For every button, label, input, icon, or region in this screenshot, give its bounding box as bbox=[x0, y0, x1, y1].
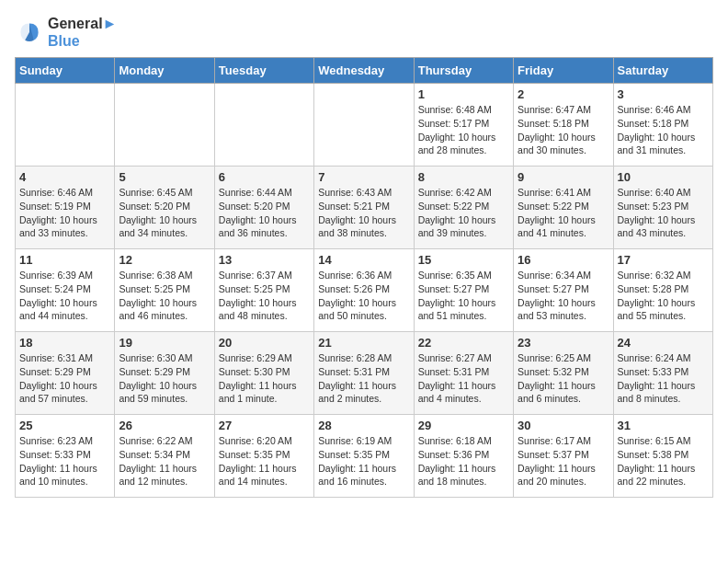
calendar-cell: 29Sunrise: 6:18 AMSunset: 5:36 PMDayligh… bbox=[414, 415, 513, 498]
day-number: 13 bbox=[219, 253, 310, 267]
day-number: 27 bbox=[219, 419, 310, 432]
day-info: Sunrise: 6:18 AMSunset: 5:36 PMDaylight:… bbox=[418, 434, 509, 488]
calendar-cell: 7Sunrise: 6:43 AMSunset: 5:21 PMDaylight… bbox=[314, 167, 414, 249]
calendar-cell: 9Sunrise: 6:41 AMSunset: 5:22 PMDaylight… bbox=[514, 167, 613, 249]
day-info: Sunrise: 6:30 AMSunset: 5:29 PMDaylight:… bbox=[119, 351, 210, 406]
day-number: 17 bbox=[618, 253, 709, 267]
day-number: 5 bbox=[119, 170, 210, 184]
day-info: Sunrise: 6:46 AMSunset: 5:19 PMDaylight:… bbox=[19, 186, 110, 240]
day-number: 28 bbox=[318, 419, 409, 432]
day-number: 3 bbox=[618, 87, 709, 101]
page-header: General► Blue bbox=[15, 15, 713, 50]
calendar-cell: 16Sunrise: 6:34 AMSunset: 5:27 PMDayligh… bbox=[514, 249, 613, 332]
calendar-cell: 4Sunrise: 6:46 AMSunset: 5:19 PMDaylight… bbox=[16, 167, 115, 249]
day-number: 2 bbox=[518, 87, 609, 101]
calendar-cell: 27Sunrise: 6:20 AMSunset: 5:35 PMDayligh… bbox=[214, 415, 313, 498]
day-info: Sunrise: 6:48 AMSunset: 5:17 PMDaylight:… bbox=[418, 103, 509, 157]
day-info: Sunrise: 6:27 AMSunset: 5:31 PMDaylight:… bbox=[418, 351, 509, 406]
calendar-cell: 25Sunrise: 6:23 AMSunset: 5:33 PMDayligh… bbox=[16, 415, 115, 498]
day-info: Sunrise: 6:15 AMSunset: 5:38 PMDaylight:… bbox=[618, 434, 709, 488]
weekday-header-thursday: Thursday bbox=[414, 58, 513, 84]
calendar-cell: 13Sunrise: 6:37 AMSunset: 5:25 PMDayligh… bbox=[214, 249, 313, 332]
logo: General► Blue bbox=[15, 15, 117, 50]
day-info: Sunrise: 6:36 AMSunset: 5:26 PMDaylight:… bbox=[318, 269, 409, 323]
logo-text: General► Blue bbox=[48, 15, 117, 50]
calendar-cell: 23Sunrise: 6:25 AMSunset: 5:32 PMDayligh… bbox=[514, 332, 613, 415]
day-number: 15 bbox=[418, 253, 509, 267]
day-number: 16 bbox=[518, 253, 609, 267]
day-info: Sunrise: 6:42 AMSunset: 5:22 PMDaylight:… bbox=[418, 186, 509, 240]
weekday-header-monday: Monday bbox=[115, 58, 214, 84]
calendar-cell: 15Sunrise: 6:35 AMSunset: 5:27 PMDayligh… bbox=[414, 249, 513, 332]
calendar-cell: 6Sunrise: 6:44 AMSunset: 5:20 PMDaylight… bbox=[214, 167, 313, 249]
calendar-cell: 1Sunrise: 6:48 AMSunset: 5:17 PMDaylight… bbox=[414, 84, 513, 167]
day-number: 23 bbox=[518, 336, 609, 350]
calendar-cell: 10Sunrise: 6:40 AMSunset: 5:23 PMDayligh… bbox=[613, 167, 712, 249]
calendar-cell: 18Sunrise: 6:31 AMSunset: 5:29 PMDayligh… bbox=[16, 332, 115, 415]
day-number: 29 bbox=[418, 419, 509, 432]
weekday-header-saturday: Saturday bbox=[613, 58, 712, 84]
day-info: Sunrise: 6:24 AMSunset: 5:33 PMDaylight:… bbox=[618, 351, 709, 406]
calendar-cell: 8Sunrise: 6:42 AMSunset: 5:22 PMDaylight… bbox=[414, 167, 513, 249]
calendar-cell: 26Sunrise: 6:22 AMSunset: 5:34 PMDayligh… bbox=[115, 415, 214, 498]
calendar-week-3: 11Sunrise: 6:39 AMSunset: 5:24 PMDayligh… bbox=[16, 249, 713, 332]
weekday-header-wednesday: Wednesday bbox=[314, 58, 414, 84]
calendar-week-5: 25Sunrise: 6:23 AMSunset: 5:33 PMDayligh… bbox=[16, 415, 713, 498]
calendar-cell: 17Sunrise: 6:32 AMSunset: 5:28 PMDayligh… bbox=[613, 249, 712, 332]
weekday-header-friday: Friday bbox=[514, 58, 613, 84]
day-info: Sunrise: 6:34 AMSunset: 5:27 PMDaylight:… bbox=[518, 269, 609, 323]
calendar-cell: 20Sunrise: 6:29 AMSunset: 5:30 PMDayligh… bbox=[214, 332, 313, 415]
calendar-cell: 24Sunrise: 6:24 AMSunset: 5:33 PMDayligh… bbox=[613, 332, 712, 415]
weekday-header-tuesday: Tuesday bbox=[214, 58, 313, 84]
day-info: Sunrise: 6:19 AMSunset: 5:35 PMDaylight:… bbox=[318, 434, 409, 488]
day-number: 7 bbox=[318, 170, 409, 184]
day-number: 26 bbox=[119, 419, 210, 432]
calendar-cell: 28Sunrise: 6:19 AMSunset: 5:35 PMDayligh… bbox=[314, 415, 414, 498]
weekday-header-row: SundayMondayTuesdayWednesdayThursdayFrid… bbox=[16, 58, 713, 84]
day-info: Sunrise: 6:43 AMSunset: 5:21 PMDaylight:… bbox=[318, 186, 409, 240]
day-info: Sunrise: 6:20 AMSunset: 5:35 PMDaylight:… bbox=[219, 434, 310, 488]
calendar-cell: 30Sunrise: 6:17 AMSunset: 5:37 PMDayligh… bbox=[514, 415, 613, 498]
day-number: 21 bbox=[318, 336, 409, 350]
day-number: 14 bbox=[318, 253, 409, 267]
day-info: Sunrise: 6:37 AMSunset: 5:25 PMDaylight:… bbox=[219, 269, 310, 323]
day-number: 20 bbox=[219, 336, 310, 350]
day-info: Sunrise: 6:29 AMSunset: 5:30 PMDaylight:… bbox=[219, 351, 310, 406]
calendar-cell: 14Sunrise: 6:36 AMSunset: 5:26 PMDayligh… bbox=[314, 249, 414, 332]
day-number: 8 bbox=[418, 170, 509, 184]
calendar-cell: 11Sunrise: 6:39 AMSunset: 5:24 PMDayligh… bbox=[16, 249, 115, 332]
day-info: Sunrise: 6:32 AMSunset: 5:28 PMDaylight:… bbox=[618, 269, 709, 323]
day-info: Sunrise: 6:31 AMSunset: 5:29 PMDaylight:… bbox=[19, 351, 110, 406]
day-info: Sunrise: 6:28 AMSunset: 5:31 PMDaylight:… bbox=[318, 351, 409, 406]
day-number: 10 bbox=[618, 170, 709, 184]
calendar-cell bbox=[314, 84, 414, 167]
day-info: Sunrise: 6:45 AMSunset: 5:20 PMDaylight:… bbox=[119, 186, 210, 240]
day-number: 1 bbox=[418, 87, 509, 101]
calendar-table: SundayMondayTuesdayWednesdayThursdayFrid… bbox=[15, 57, 713, 498]
day-info: Sunrise: 6:44 AMSunset: 5:20 PMDaylight:… bbox=[219, 186, 310, 240]
day-info: Sunrise: 6:39 AMSunset: 5:24 PMDaylight:… bbox=[19, 269, 110, 323]
calendar-cell bbox=[16, 84, 115, 167]
calendar-cell: 19Sunrise: 6:30 AMSunset: 5:29 PMDayligh… bbox=[115, 332, 214, 415]
day-number: 9 bbox=[518, 170, 609, 184]
calendar-cell: 22Sunrise: 6:27 AMSunset: 5:31 PMDayligh… bbox=[414, 332, 513, 415]
calendar-cell bbox=[214, 84, 313, 167]
calendar-week-1: 1Sunrise: 6:48 AMSunset: 5:17 PMDaylight… bbox=[16, 84, 713, 167]
day-info: Sunrise: 6:38 AMSunset: 5:25 PMDaylight:… bbox=[119, 269, 210, 323]
day-info: Sunrise: 6:35 AMSunset: 5:27 PMDaylight:… bbox=[418, 269, 509, 323]
calendar-cell: 21Sunrise: 6:28 AMSunset: 5:31 PMDayligh… bbox=[314, 332, 414, 415]
day-number: 11 bbox=[19, 253, 110, 267]
calendar-cell: 12Sunrise: 6:38 AMSunset: 5:25 PMDayligh… bbox=[115, 249, 214, 332]
day-info: Sunrise: 6:25 AMSunset: 5:32 PMDaylight:… bbox=[518, 351, 609, 406]
day-number: 24 bbox=[618, 336, 709, 350]
calendar-cell: 5Sunrise: 6:45 AMSunset: 5:20 PMDaylight… bbox=[115, 167, 214, 249]
calendar-week-2: 4Sunrise: 6:46 AMSunset: 5:19 PMDaylight… bbox=[16, 167, 713, 249]
day-number: 18 bbox=[19, 336, 110, 350]
day-number: 25 bbox=[19, 419, 110, 432]
day-number: 31 bbox=[618, 419, 709, 432]
calendar-cell: 2Sunrise: 6:47 AMSunset: 5:18 PMDaylight… bbox=[514, 84, 613, 167]
day-info: Sunrise: 6:41 AMSunset: 5:22 PMDaylight:… bbox=[518, 186, 609, 240]
day-info: Sunrise: 6:40 AMSunset: 5:23 PMDaylight:… bbox=[618, 186, 709, 240]
day-info: Sunrise: 6:22 AMSunset: 5:34 PMDaylight:… bbox=[119, 434, 210, 488]
calendar-cell: 3Sunrise: 6:46 AMSunset: 5:18 PMDaylight… bbox=[613, 84, 712, 167]
